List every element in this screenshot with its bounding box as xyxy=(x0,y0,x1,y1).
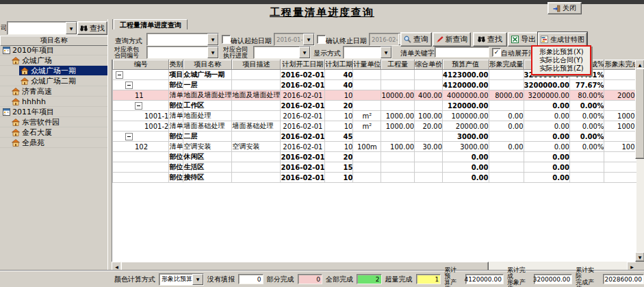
cell-name: 接待区 xyxy=(183,173,232,183)
house-icon xyxy=(21,67,29,75)
tree-item-hhhhh[interactable]: hhhhh xyxy=(0,97,107,107)
chevron-down-icon[interactable]: ▼ xyxy=(381,47,391,58)
cell-qty xyxy=(381,162,415,173)
confirm-start-checkbox[interactable] xyxy=(222,35,231,44)
tree-item-金石大厦[interactable]: 金石大厦 xyxy=(0,127,107,138)
color-mode-combobox[interactable]: 形象比预算 ▼ xyxy=(159,273,204,286)
cell-dur: 45 xyxy=(325,132,353,142)
confirm-end-checkbox[interactable] xyxy=(317,35,326,44)
cell-unit xyxy=(353,173,381,183)
binoculars-icon xyxy=(478,36,485,42)
keyword-input[interactable] xyxy=(435,47,489,58)
column-header-计划开工日期: 计划开工日期 xyxy=(281,60,325,70)
cell-name: 二层 xyxy=(183,132,232,142)
export-button[interactable]: 导出 xyxy=(508,32,539,47)
tree-item-东营软件园[interactable]: 东营软件园 xyxy=(0,117,107,127)
table-row[interactable]: 部位二层2016-02-01453000.000.000.00% xyxy=(112,132,644,142)
cell-price xyxy=(415,70,443,80)
contract-no-combobox[interactable]: ▼ xyxy=(146,46,219,59)
chevron-down-icon[interactable]: ▼ xyxy=(192,274,203,285)
gantt-menu-item[interactable]: 实际比合同(Y) xyxy=(532,56,590,64)
cell-pct: 80.00% xyxy=(569,90,604,101)
tree-item-label: 济青高速 xyxy=(22,86,52,96)
confirm-start-date-picker[interactable]: 2016-01-27▼ xyxy=(274,33,315,46)
contract-no-label: 对应承包 合同编号 xyxy=(114,47,139,59)
cell-cat: 部位 xyxy=(169,152,183,162)
table-row[interactable]: 部位工作区2016-02-0120120000.000.000.00% xyxy=(112,101,644,111)
cell-desc: 空调安装 xyxy=(232,142,281,152)
auto-expand-checkbox[interactable]: ✓ xyxy=(492,48,501,57)
tree-item-众城广场一期[interactable]: 众城广场一期 xyxy=(0,66,107,76)
chevron-down-icon[interactable]: ▼ xyxy=(207,34,218,45)
table-row[interactable]: 1001-2清单墙面基础处理墙面基础处理2016-02-0110m²1000.0… xyxy=(112,121,644,132)
close-button[interactable]: 关闭 xyxy=(548,2,582,14)
scroll-down-button[interactable]: ▼ xyxy=(635,252,644,262)
chevron-down-icon[interactable]: ▼ xyxy=(299,47,310,58)
color-mode-label: 颜色计算方式 xyxy=(114,275,155,284)
gantt-menu-item[interactable]: 实际比预算(Z) xyxy=(532,64,590,73)
cell-name: 空调安装 xyxy=(183,142,232,152)
tree-item-全鼎苑[interactable]: 全鼎苑 xyxy=(0,138,107,148)
tree-item-2010年项目[interactable]: 2010年项目 xyxy=(0,45,107,55)
sidebar-find-button[interactable]: 查找 xyxy=(77,21,107,35)
query-button[interactable]: 查询 xyxy=(400,32,432,47)
chevron-down-icon[interactable]: ▼ xyxy=(207,47,218,58)
expand-toggle[interactable] xyxy=(116,71,123,79)
status-item-value: 0 xyxy=(238,274,263,284)
new-query-pencil-icon xyxy=(436,36,443,43)
tree-item-label: 东营软件园 xyxy=(22,117,60,127)
table-row[interactable]: 102清单空调安装空调安装2016-02-0110100m100.0030.00… xyxy=(112,142,644,152)
status-item-label: 超量完成 xyxy=(385,275,413,284)
contract-progress-combobox[interactable]: ▼ xyxy=(253,46,311,59)
table-row[interactable]: 部位一层2016-02-01404120000.003200000.0077.6… xyxy=(112,80,644,90)
tree-item-2011年项目[interactable]: 2011年项目 xyxy=(0,107,107,117)
chevron-down-icon[interactable]: ▼ xyxy=(66,22,77,34)
cell-budget: 4000000.00 xyxy=(443,90,489,101)
cell-budget: 0.00 xyxy=(443,173,489,183)
table-row[interactable]: 部位接待区2016-02-01100.000.00 xyxy=(112,173,644,183)
cell-cat: 清单 xyxy=(169,121,183,132)
cell-pct xyxy=(569,162,604,173)
display-mode-combobox[interactable]: ▼ xyxy=(343,46,392,59)
tree-item-众城广场二期[interactable]: 众城广场二期 xyxy=(0,76,107,86)
expand-toggle[interactable] xyxy=(125,82,133,89)
expand-toggle[interactable] xyxy=(135,102,142,110)
gantt-menu-item[interactable]: 形象比预算(X) xyxy=(532,48,590,56)
cell-unit xyxy=(353,101,381,111)
close-icon xyxy=(553,5,561,12)
cell-pct xyxy=(569,173,604,183)
tree-cell xyxy=(113,71,168,79)
chevron-down-icon[interactable]: ▼ xyxy=(303,34,314,45)
status-item-label: 累计预 算产值 xyxy=(444,267,462,287)
cell-name: 工作区 xyxy=(183,101,232,111)
cell-qty: 100.00 xyxy=(381,142,415,152)
expand-toggle[interactable] xyxy=(125,133,133,140)
status-legend: 没有填报0部分完成0全部完成2超量完成1累计预 算产值4120000.00累计完… xyxy=(207,267,644,287)
new-query-button[interactable]: 新查询 xyxy=(433,32,471,47)
tree-item-label: 众城广场二期 xyxy=(31,76,76,86)
sidebar-search-combobox[interactable]: ▼ xyxy=(7,21,77,35)
tree-item-济青高速[interactable]: 济青高速 xyxy=(0,86,107,97)
query-mode-combobox[interactable]: ▼ xyxy=(146,33,219,46)
tree-item-label: 全鼎苑 xyxy=(22,138,44,147)
tree-item-content: 金石大厦 xyxy=(10,127,107,137)
cell-budget: 0.00 xyxy=(443,162,489,173)
table-row[interactable]: 11清单地面及墙面处理地面及墙面处理2016-02-011010000.0040… xyxy=(112,90,644,101)
find-button[interactable]: 查找 xyxy=(473,32,507,47)
table-row[interactable]: 部位生活区2016-02-01150.000.00 xyxy=(112,162,644,173)
confirm-start-label: 确认起始日期 xyxy=(231,36,272,46)
cell-no: 1001-2 xyxy=(113,121,169,132)
v-scrollbar-thumb[interactable] xyxy=(635,68,644,159)
tab-strip xyxy=(112,19,644,30)
house-icon xyxy=(21,77,29,85)
table-row[interactable]: 1001-1清单地面处理2016-02-0110m²1000.00100.001… xyxy=(112,111,644,121)
cell-no xyxy=(113,132,169,142)
cell-price: 100.00 xyxy=(415,111,443,121)
cell-dur: 10 xyxy=(325,173,353,183)
generate-gantt-button[interactable]: 生成甘特图 xyxy=(538,32,587,47)
tree-item-众城广场[interactable]: 众城广场 xyxy=(0,55,107,66)
gantt-chart-icon xyxy=(541,36,548,43)
cell-price xyxy=(415,173,443,183)
cell-no xyxy=(113,70,169,80)
table-row[interactable]: 部位休闲区2016-02-01200.000.00 xyxy=(112,152,644,162)
